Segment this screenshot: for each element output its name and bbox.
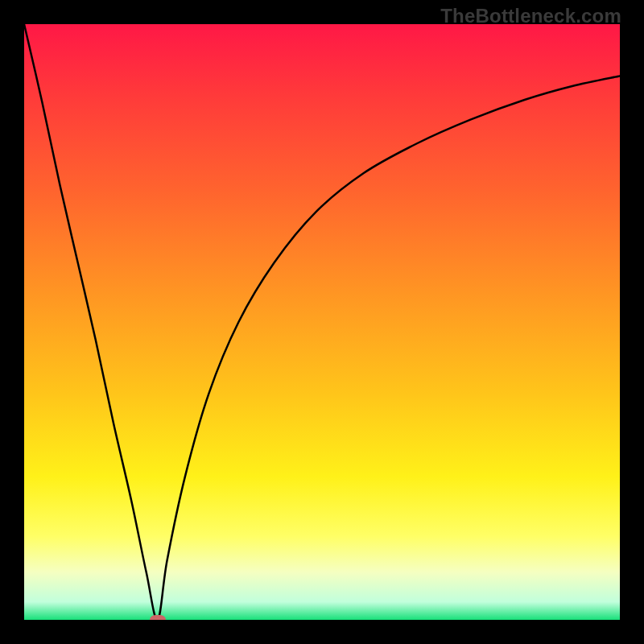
watermark-text: TheBottleneck.com (440, 5, 621, 27)
curve-layer (24, 24, 620, 620)
plot-area (24, 24, 620, 620)
minimum-marker (150, 615, 166, 620)
bottleneck-curve (24, 24, 620, 620)
chart-frame: TheBottleneck.com (0, 0, 644, 644)
